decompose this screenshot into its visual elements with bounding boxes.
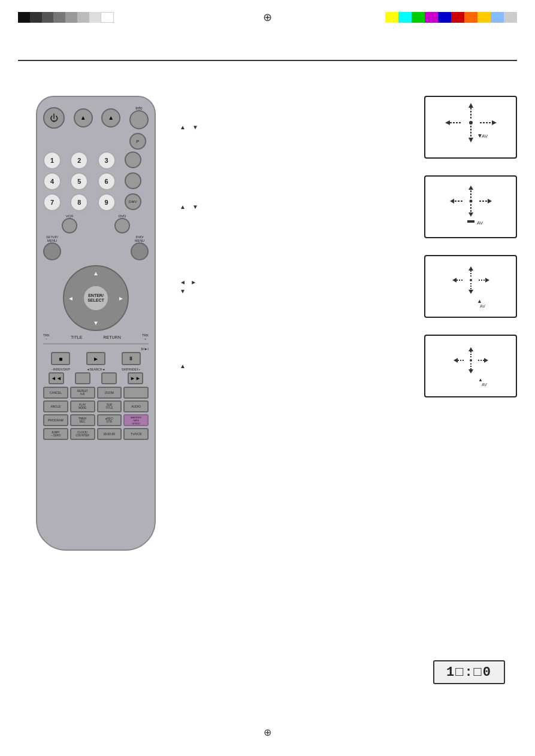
repeat-ab-label: REPEATA-B — [77, 390, 88, 396]
eject-vcr-button[interactable]: ▲ — [74, 108, 93, 127]
angle-label: ANGLE — [50, 405, 61, 408]
program-button[interactable]: PROGRAM — [43, 414, 68, 426]
panel-2-cursor-svg: AV — [441, 181, 501, 232]
angle-button[interactable]: ANGLE — [43, 400, 68, 412]
rec-otr-button[interactable]: ●REC/OTR — [97, 414, 122, 426]
time-display-button[interactable]: 00:00:00 — [97, 428, 122, 440]
num-8-button[interactable]: 8 — [70, 193, 88, 211]
trk-minus-label: TRK– — [43, 333, 50, 341]
rew-button[interactable]: ◄◄ — [49, 372, 64, 384]
panel-1-cursor-svg: ▼ AV — [441, 102, 501, 153]
nav-up-icon[interactable]: ▲ — [93, 270, 99, 277]
color-bar — [385, 12, 517, 23]
sub-title-label: SUBTITLE — [105, 403, 113, 409]
rew-icon: ◄◄ — [51, 375, 62, 381]
num-3-button[interactable]: 3 — [98, 151, 116, 169]
num-9-button[interactable]: 9 — [98, 193, 116, 211]
svg-rect-20 — [467, 220, 474, 223]
program-label: PROGRAM — [48, 418, 64, 422]
svg-marker-39 — [468, 369, 473, 374]
svg-text:▲: ▲ — [477, 298, 482, 304]
eject-dvd-icon: ▲ — [108, 114, 114, 121]
panel-4-box: ▲ AV — [424, 335, 517, 397]
num-4-button[interactable]: 4 — [43, 172, 61, 190]
marker-tape-speed-button[interactable]: MARKER/TAPESPEED — [123, 414, 149, 426]
ii-play-label: II/►I — [141, 347, 149, 351]
power-button[interactable]: ⏻ — [43, 107, 65, 129]
svg-marker-16 — [468, 186, 473, 190]
cancel-button[interactable]: CANCEL — [43, 387, 68, 399]
remote-container: ⏻ ▲ ▲ info — [18, 66, 162, 720]
svg-marker-29 — [452, 278, 457, 283]
dvd-button[interactable] — [114, 218, 130, 233]
svg-text:AV: AV — [480, 304, 485, 308]
play-mode-label: PLAYMODE — [78, 403, 87, 409]
audio-button[interactable]: AUDIO — [123, 400, 149, 412]
panel-2-arrows: ▲ ▼ — [180, 202, 415, 211]
p-button[interactable]: P — [129, 133, 146, 150]
num-5-button[interactable]: 5 — [70, 172, 88, 190]
enter-select-button[interactable]: ENTER/SELECT — [83, 285, 109, 311]
nav-left-icon[interactable]: ◄ — [68, 295, 74, 302]
svg-marker-7 — [445, 120, 450, 125]
grayscale-bar — [18, 12, 114, 23]
play-icon: ► — [93, 356, 99, 362]
extra-btn-1[interactable] — [125, 151, 141, 168]
index-skip-label: –INDEX/SKIP — [52, 368, 70, 371]
svg-text:AV: AV — [482, 382, 487, 387]
num-2-button[interactable]: 2 — [70, 151, 88, 169]
stop-button[interactable]: ■ — [51, 352, 70, 365]
pause-button[interactable]: ⏸ — [122, 352, 141, 365]
trk-plus-label: TRK+ — [142, 333, 149, 341]
num-6-button[interactable]: 6 — [98, 172, 116, 190]
tv-vcr-button[interactable]: TV/VCR — [123, 428, 149, 440]
clock-counter-button[interactable]: CLOCK/COUNTER — [70, 428, 95, 440]
svg-marker-41 — [484, 358, 488, 363]
setup-menu-label: SETUP/MENU — [46, 235, 58, 242]
extra-transport-btn[interactable] — [123, 387, 149, 399]
top-rule — [18, 60, 517, 61]
slow-ff-button[interactable] — [101, 372, 117, 384]
vcr-button[interactable] — [62, 218, 77, 233]
setup-menu-button[interactable] — [43, 242, 61, 260]
svg-text:AV: AV — [482, 133, 488, 139]
zoom-button[interactable]: ZOOM — [97, 387, 122, 399]
nav-ring[interactable]: ▲ ▼ ◄ ► ENTER/SELECT — [63, 265, 129, 331]
svg-text:▲: ▲ — [478, 377, 483, 382]
timer-rec-button[interactable]: TIMERREC — [70, 414, 95, 426]
search-label: ◄SEARCH◄ — [87, 368, 105, 371]
ff-button[interactable]: ►► — [128, 372, 143, 384]
extra-btn-2[interactable] — [125, 172, 141, 189]
num-7-button[interactable]: 7 — [43, 193, 61, 211]
jump-zero-button[interactable]: JUMP/←ZERO — [43, 428, 68, 440]
dmv-button[interactable]: DMV — [125, 193, 141, 210]
play-mode-button[interactable]: PLAYMODE — [70, 400, 95, 412]
main-content: ⏻ ▲ ▲ info — [18, 66, 517, 720]
panel-3-box: ▲ AV — [424, 255, 517, 318]
info-button[interactable] — [129, 110, 149, 129]
power-icon: ⏻ — [50, 113, 58, 123]
dmv-label: DMV — [129, 200, 137, 204]
timer-rec-label: TIMERREC — [78, 417, 87, 423]
repeat-ab-button[interactable]: REPEATA-B — [70, 387, 95, 399]
panel-4: ▲ ▲ AV — [180, 335, 517, 397]
bottom-crosshair-icon: ⊕ — [264, 727, 271, 738]
svg-marker-5 — [468, 103, 473, 108]
num-1-button[interactable]: 1 — [43, 151, 61, 169]
title-label: TITLE — [71, 335, 82, 339]
sub-title-button[interactable]: SUBTITLE — [97, 400, 122, 412]
nav-down-icon[interactable]: ▼ — [93, 320, 99, 326]
eject-dvd-button[interactable]: ▲ — [101, 108, 120, 127]
slow-rew-button[interactable] — [75, 372, 90, 384]
clock-display: 1□:□0 — [433, 660, 505, 684]
play-button[interactable]: ► — [86, 352, 105, 365]
crosshair-top-icon: ⊕ — [263, 11, 272, 24]
skip-index-label: SKIP/INDEX+ — [122, 368, 140, 371]
svg-marker-6 — [468, 138, 473, 142]
info-label: info — [135, 106, 142, 110]
panel-1: ▲ ▼ — [180, 96, 517, 159]
panel-4-arrow-u: ▲ — [180, 362, 415, 371]
dvd-menu-button[interactable] — [131, 242, 149, 260]
remote-top-row: ⏻ ▲ ▲ info — [43, 106, 149, 129]
nav-right-icon[interactable]: ► — [118, 295, 124, 302]
